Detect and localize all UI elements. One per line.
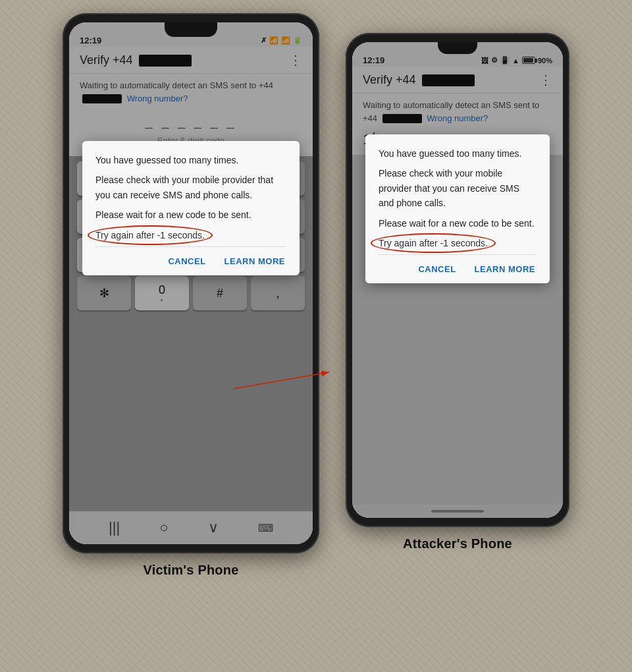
attacker-dialog-actions: CANCEL LEARN MORE [379, 254, 537, 277]
victim-dialog-line1: You have guessed too many times. [95, 153, 286, 167]
victim-cancel-button[interactable]: CANCEL [167, 254, 207, 269]
victim-label: Victim's Phone [143, 563, 238, 578]
attacker-try-again-container: Try again after -1 seconds. [379, 237, 488, 249]
victim-dialog-line3: Please wait for a new code to be sent. [95, 208, 286, 222]
victim-try-again-container: Try again after -1 seconds. [95, 229, 205, 241]
attacker-phone-shell: 12:19 🖼 ⚙ 📳 ▲ 90% Verify [346, 33, 569, 527]
phones-wrapper: 12:19 ✗ 📶 📶 🔋 Verify +44 ⋮ [0, 13, 632, 578]
attacker-screen: 12:19 🖼 ⚙ 📳 ▲ 90% Verify [352, 42, 563, 518]
attacker-learn-more-button[interactable]: LEARN MORE [473, 262, 537, 277]
victim-dialog-text: You have guessed too many times. Please … [95, 153, 286, 223]
attacker-label: Attacker's Phone [403, 536, 512, 551]
victim-learn-more-button[interactable]: LEARN MORE [223, 254, 286, 269]
victim-try-again-text: Try again after -1 seconds. [95, 230, 205, 240]
attacker-try-again-text: Try again after -1 seconds. [379, 238, 488, 248]
victim-screen: 12:19 ✗ 📶 📶 🔋 Verify +44 ⋮ [69, 22, 313, 544]
victim-phone-shell: 12:19 ✗ 📶 📶 🔋 Verify +44 ⋮ [63, 13, 319, 553]
victim-dialog-line2: Please check with your mobile provider t… [95, 173, 286, 202]
attacker-dialog-line1: You have guessed too many times. [379, 146, 537, 161]
attacker-dialog-line3: Please wait for a new code to be sent. [379, 216, 537, 231]
victim-dialog-actions: CANCEL LEARN MORE [95, 246, 286, 269]
attacker-dialog-text: You have guessed too many times. Please … [379, 146, 537, 231]
victim-dialog-box: You have guessed too many times. Please … [82, 141, 300, 275]
attacker-phone-container: 12:19 🖼 ⚙ 📳 ▲ 90% Verify [346, 13, 569, 551]
attacker-cancel-button[interactable]: CANCEL [417, 262, 457, 277]
attacker-dialog-overlay: You have guessed too many times. Please … [352, 42, 563, 518]
victim-dialog-overlay: You have guessed too many times. Please … [69, 22, 313, 544]
attacker-dialog-line2: Please check with your mobile provider t… [379, 166, 537, 210]
victim-phone-container: 12:19 ✗ 📶 📶 🔋 Verify +44 ⋮ [63, 13, 319, 578]
attacker-dialog-box: You have guessed too many times. Please … [365, 134, 550, 283]
